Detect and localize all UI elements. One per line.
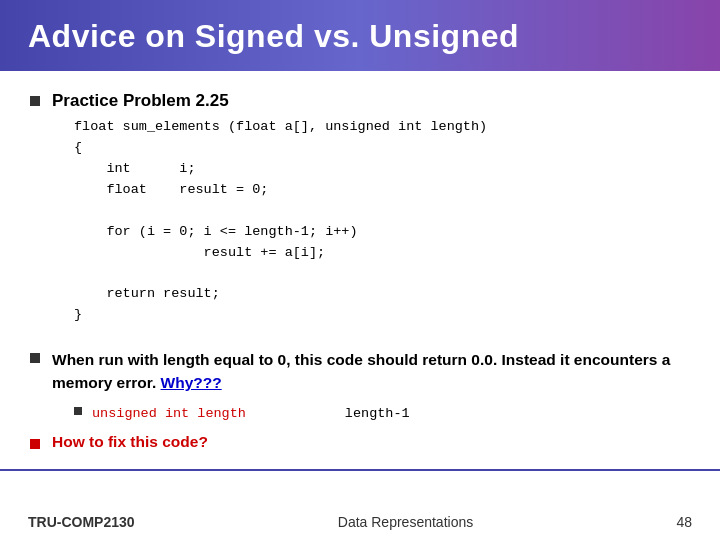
title-bar: Advice on Signed vs. Unsigned	[0, 0, 720, 71]
sub-bullet-content: unsigned int length length-1	[92, 403, 410, 421]
slide-title: Advice on Signed vs. Unsigned	[28, 18, 519, 55]
sub-bullet-icon	[74, 407, 82, 415]
how-to-fix-label: How to fix this code?	[52, 433, 208, 451]
footer-right: 48	[676, 514, 692, 530]
sub-bullet-1: unsigned int length length-1	[74, 403, 690, 421]
why-link[interactable]: Why???	[161, 374, 222, 391]
bullet-3: How to fix this code?	[30, 433, 690, 451]
code-line-9: return result;	[74, 284, 487, 305]
footer-center: Data Representations	[338, 514, 473, 530]
bullet-2-bold: When run with length equal to 0, this co…	[52, 351, 670, 391]
bullet-3-icon	[30, 439, 40, 449]
code-line-1: float sum_elements (float a[], unsigned …	[74, 117, 487, 138]
code-line-6: for (i = 0; i <= length-1; i++)	[74, 222, 487, 243]
footer: TRU-COMP2130 Data Representations 48	[0, 514, 720, 530]
bullet-2-text: When run with length equal to 0, this co…	[52, 351, 670, 391]
sub-bullet-code2: length-1	[345, 406, 410, 421]
code-line-4: float result = 0;	[74, 180, 487, 201]
bullet-1-icon	[30, 96, 40, 106]
footer-left: TRU-COMP2130	[28, 514, 135, 530]
code-line-10: }	[74, 305, 487, 326]
code-line-8	[74, 263, 487, 284]
sub-bullet-code1: unsigned int length	[92, 406, 246, 421]
bullet-1: Practice Problem 2.25 float sum_elements…	[30, 91, 690, 336]
sub-bullet-section: unsigned int length length-1	[74, 403, 690, 421]
code-block-1: float sum_elements (float a[], unsigned …	[74, 117, 487, 326]
footer-divider	[0, 469, 720, 471]
code-line-5	[74, 201, 487, 222]
code-line-7: result += a[i];	[74, 243, 487, 264]
slide: Advice on Signed vs. Unsigned Practice P…	[0, 0, 720, 540]
code-line-3: int i;	[74, 159, 487, 180]
content-area: Practice Problem 2.25 float sum_elements…	[0, 71, 720, 469]
bullet-1-label: Practice Problem 2.25	[52, 91, 229, 110]
bullet-2-icon	[30, 353, 40, 363]
bullet-2: When run with length equal to 0, this co…	[30, 348, 690, 425]
code-line-2: {	[74, 138, 487, 159]
